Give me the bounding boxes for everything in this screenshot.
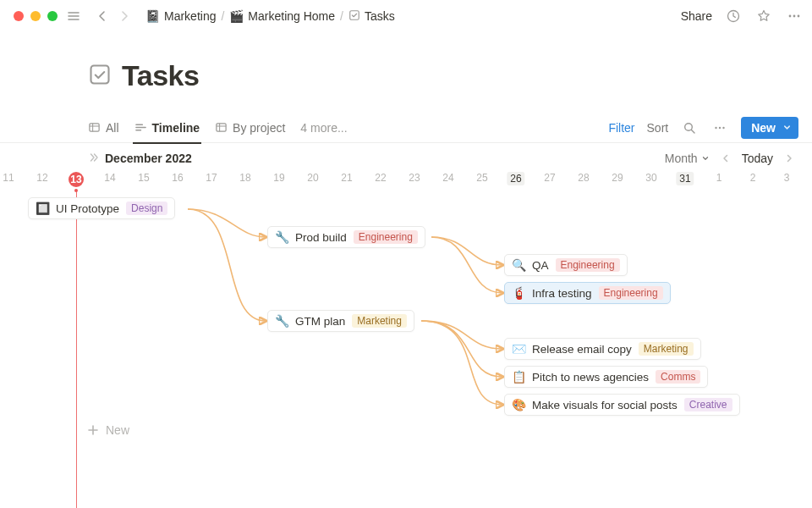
task-title: GTM plan xyxy=(295,315,345,328)
day-cell[interactable]: 31 xyxy=(676,172,694,185)
share-button[interactable]: Share xyxy=(681,9,712,23)
day-cell[interactable]: 18 xyxy=(228,172,262,184)
task-icon: ✉️ xyxy=(512,342,525,356)
svg-point-4 xyxy=(798,15,800,18)
task-tag: Design xyxy=(126,202,167,215)
tab-by-project[interactable]: By project xyxy=(215,113,285,143)
breadcrumb-item-tasks[interactable]: Tasks xyxy=(348,9,395,23)
clock-icon[interactable] xyxy=(724,7,743,25)
clapper-icon: 🎬 xyxy=(229,10,244,22)
new-task-row[interactable]: New xyxy=(87,423,129,437)
day-cell[interactable]: 15 xyxy=(127,172,161,184)
day-cell[interactable]: 3 xyxy=(770,172,804,184)
tab-label: By project xyxy=(233,121,285,135)
svg-rect-7 xyxy=(217,124,226,131)
breadcrumb-separator: / xyxy=(221,9,224,23)
tab-timeline[interactable]: Timeline xyxy=(134,113,200,143)
hamburger-icon[interactable] xyxy=(64,7,83,25)
tab-label: Timeline xyxy=(152,121,200,135)
task-icon: 🎨 xyxy=(512,398,525,411)
timeline-prev-button[interactable] xyxy=(716,149,735,168)
new-button[interactable]: New xyxy=(741,117,798,139)
task-card-infra[interactable]: 🧯Infra testingEngineering xyxy=(504,282,671,304)
tab-all[interactable]: All xyxy=(88,113,119,143)
day-cell[interactable]: 24 xyxy=(431,172,465,184)
day-cell[interactable]: 28 xyxy=(567,172,601,184)
new-row-label: New xyxy=(106,423,129,437)
day-cell[interactable]: 21 xyxy=(330,172,364,184)
breadcrumb-label: Tasks xyxy=(365,9,395,23)
day-cell[interactable]: 14 xyxy=(93,172,127,184)
chevron-down-icon xyxy=(782,123,792,132)
close-window-button[interactable] xyxy=(14,11,24,21)
day-cell[interactable]: 12 xyxy=(25,172,59,184)
day-cell[interactable]: 19 xyxy=(262,172,296,184)
breadcrumb-label: Marketing Home xyxy=(248,9,335,23)
task-card-gtm[interactable]: 🔧GTM planMarketing xyxy=(267,310,414,332)
today-indicator-line xyxy=(76,190,77,508)
task-card-visuals[interactable]: 🎨Make visuals for social postsCreative xyxy=(504,394,740,416)
day-cell[interactable]: 20 xyxy=(296,172,330,184)
search-icon[interactable] xyxy=(680,119,699,137)
task-title: Release email copy xyxy=(532,343,632,356)
task-icon: 🔧 xyxy=(275,314,288,328)
task-title: Infra testing xyxy=(532,287,592,300)
day-cell[interactable]: 29 xyxy=(601,172,634,184)
timeline-unit-picker[interactable]: Month xyxy=(665,152,710,165)
task-tag: Engineering xyxy=(599,286,663,300)
more-icon[interactable] xyxy=(785,7,804,25)
chevrons-right-icon xyxy=(88,152,100,166)
task-tag: Engineering xyxy=(354,230,418,244)
task-tag: Marketing xyxy=(352,314,407,328)
task-tag: Comms xyxy=(656,370,700,384)
forward-button[interactable] xyxy=(115,7,134,25)
task-card-qa[interactable]: 🔍QAEngineering xyxy=(504,254,628,276)
timeline-next-button[interactable] xyxy=(780,149,798,168)
task-card-release[interactable]: ✉️Release email copyMarketing xyxy=(504,338,701,360)
task-tag: Creative xyxy=(684,398,732,411)
fullscreen-window-button[interactable] xyxy=(47,11,58,21)
timeline-month-label[interactable]: December 2022 xyxy=(88,152,192,166)
window-topbar: 📓 Marketing / 🎬 Marketing Home / Tasks S… xyxy=(0,0,812,32)
day-cell[interactable]: 2 xyxy=(736,172,770,184)
timeline-today-button[interactable]: Today xyxy=(742,152,773,165)
star-icon[interactable] xyxy=(754,7,773,25)
task-icon: 📋 xyxy=(512,370,525,384)
task-title: Pitch to news agencies xyxy=(532,371,649,384)
day-cell[interactable]: 23 xyxy=(398,172,431,184)
page-title[interactable]: Tasks xyxy=(122,59,199,92)
task-tag: Engineering xyxy=(556,258,620,272)
filter-button[interactable]: Filter xyxy=(608,121,634,135)
options-icon[interactable] xyxy=(710,119,729,137)
sort-button[interactable]: Sort xyxy=(647,121,669,135)
task-card-pitch[interactable]: 📋Pitch to news agenciesComms xyxy=(504,366,708,388)
timeline-canvas[interactable]: 🔲UI PrototypeDesign🔧Prod buildEngineerin… xyxy=(0,190,812,508)
tab-label: All xyxy=(106,121,119,135)
day-cell[interactable]: 16 xyxy=(161,172,195,184)
back-button[interactable] xyxy=(93,7,112,25)
day-cell[interactable]: 30 xyxy=(634,172,668,184)
svg-point-9 xyxy=(716,126,717,128)
breadcrumb-item-marketing[interactable]: 📓 Marketing xyxy=(145,9,216,23)
plus-icon xyxy=(87,424,99,436)
svg-rect-5 xyxy=(91,65,109,83)
day-cell[interactable]: 11 xyxy=(0,172,25,184)
task-card-prod[interactable]: 🔧Prod buildEngineering xyxy=(267,226,425,248)
day-cell[interactable]: 17 xyxy=(195,172,228,184)
day-cell[interactable]: 13 xyxy=(69,172,84,187)
breadcrumb-item-marketing-home[interactable]: 🎬 Marketing Home xyxy=(229,9,335,23)
task-icon: 🔲 xyxy=(36,202,49,215)
task-card-ui[interactable]: 🔲UI PrototypeDesign xyxy=(28,197,175,219)
day-cell[interactable]: 25 xyxy=(465,172,499,184)
day-cell[interactable]: 22 xyxy=(364,172,398,184)
minimize-window-button[interactable] xyxy=(30,11,41,21)
svg-point-10 xyxy=(719,126,721,128)
day-cell[interactable]: 27 xyxy=(533,172,567,184)
svg-point-11 xyxy=(723,126,725,128)
breadcrumb-separator: / xyxy=(340,9,343,23)
day-cell[interactable]: 26 xyxy=(507,172,524,185)
tab-more[interactable]: 4 more... xyxy=(300,113,347,143)
day-cell[interactable]: 1 xyxy=(702,172,736,184)
svg-rect-0 xyxy=(350,11,359,20)
day-ruler: 1112131415161718192021222324252627282930… xyxy=(0,170,812,190)
